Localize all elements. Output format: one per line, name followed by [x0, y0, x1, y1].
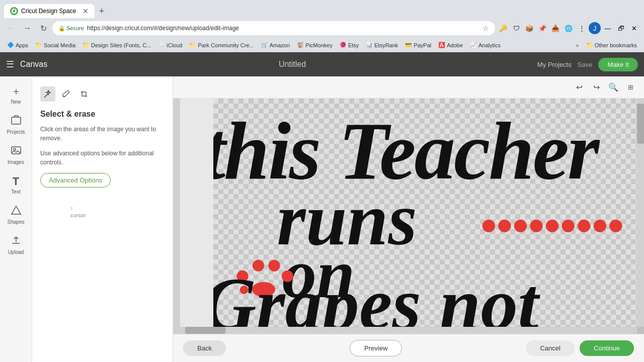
address-bar-row: ← → ↻ 🔒 Secure https://design.cricut.com…	[0, 18, 644, 38]
svg-point-15	[594, 220, 606, 232]
upload-icon	[11, 235, 22, 248]
extension-icons: 🔑 🛡 📦 📌 📥 🌐 ⋮ J — 🗗 ✕	[497, 22, 640, 34]
ext-icon-6[interactable]: 🌐	[562, 22, 575, 34]
ext-menu-button[interactable]: ⋮	[576, 22, 588, 34]
make-it-button[interactable]: Make It	[598, 58, 638, 71]
bookmark-adobe[interactable]: 🅰️ Adobe	[435, 41, 466, 49]
brush-tool[interactable]	[58, 86, 73, 102]
canvas-text-overlay: this Teacher runs	[213, 99, 637, 327]
url-text: https://design.cricut.com/#/design/new/u…	[87, 25, 239, 32]
svg-point-10	[514, 220, 527, 232]
bookmark-icloud[interactable]: ☁️ iCloud	[155, 41, 185, 49]
scrollbar-corner	[637, 327, 644, 334]
bookmark-apps[interactable]: 🔷 Apps	[4, 41, 31, 49]
minimize-button[interactable]: —	[602, 22, 614, 34]
new-label: New	[11, 99, 21, 105]
svg-rect-2	[12, 147, 21, 154]
images-icon	[11, 145, 22, 158]
bookmark-amazon[interactable]: 🛒 Amazon	[258, 41, 293, 49]
profile-icon[interactable]: J	[589, 22, 601, 34]
cricut-app: ☰ Canvas Untitled My Projects Save Make …	[0, 52, 644, 362]
svg-point-5	[63, 96, 65, 98]
magic-wand-tool[interactable]	[40, 86, 55, 102]
images-label: Images	[8, 159, 24, 165]
back-nav-button[interactable]: ←	[4, 21, 18, 35]
image-area[interactable]: this Teacher runs	[213, 99, 637, 327]
address-input[interactable]: 🔒 Secure https://design.cricut.com/#/des…	[52, 21, 495, 35]
browser-chrome: Cricut Design Space ✕ + ← → ↻ 🔒 Secure h…	[0, 0, 644, 52]
panel-desc-2: Use advanced options below for additiona…	[40, 149, 165, 167]
active-tab[interactable]: Cricut Design Space ✕	[4, 4, 95, 18]
scrollbar-horizontal[interactable]	[180, 327, 637, 334]
crop-tool[interactable]	[76, 86, 92, 102]
forward-nav-button[interactable]: →	[20, 21, 34, 35]
bookmark-paypal[interactable]: 💳 PayPal	[402, 41, 434, 49]
my-projects-link[interactable]: My Projects	[537, 61, 572, 68]
continue-button[interactable]: Continue	[580, 340, 634, 356]
ext-icon-pinterest[interactable]: 📌	[536, 22, 548, 34]
preview-button[interactable]: Preview	[350, 340, 402, 356]
projects-tool[interactable]: Projects	[2, 111, 30, 139]
bookmark-design-sites[interactable]: 📁 Design Sites (Fonts, C...	[79, 41, 154, 49]
upload-tool[interactable]: Upload	[2, 231, 30, 259]
tab-favicon	[10, 7, 18, 15]
text-tool[interactable]: T Text	[2, 171, 30, 199]
new-tab-button[interactable]: +	[95, 4, 109, 18]
reload-button[interactable]: ↻	[36, 21, 50, 35]
close-window-button[interactable]: ✕	[628, 22, 640, 34]
shapes-icon	[11, 205, 22, 218]
bookmark-etsy[interactable]: 🧶 Etsy	[337, 41, 362, 49]
panel-desc-1: Click on the areas of the image you want…	[40, 125, 165, 143]
bookmarks-bar: 🔷 Apps 📁 Social Media 📁 Design Sites (Fo…	[0, 38, 644, 52]
bookmark-other[interactable]: 📁 Other bookmarks	[583, 41, 640, 49]
left-sidebar: ＋ New Projects Images T Text	[0, 76, 32, 362]
text-icon: T	[13, 175, 19, 188]
svg-point-13	[562, 220, 575, 232]
canvas-svg: this Teacher runs	[213, 99, 637, 327]
projects-icon	[11, 115, 22, 128]
ext-icon-1[interactable]: 🔑	[497, 22, 509, 34]
bookmark-picmonkey[interactable]: 🐒 PicMonkey	[294, 41, 336, 49]
new-tool[interactable]: ＋ New	[2, 80, 30, 109]
advanced-options-button[interactable]: Advanced Options	[40, 173, 111, 188]
save-button[interactable]: Save	[578, 61, 593, 68]
bookmark-analytics[interactable]: 📈 Analytics	[467, 41, 504, 49]
bookmark-park-community[interactable]: 📁 Park Community Cre...	[186, 41, 257, 49]
svg-text:Grapes not: Grapes not	[213, 263, 540, 327]
new-icon: ＋	[11, 84, 21, 98]
text-label: Text	[11, 189, 20, 195]
tab-close-button[interactable]: ✕	[83, 8, 89, 15]
ext-icon-2[interactable]: 🛡	[510, 22, 522, 34]
canvas-wrapper[interactable]: ◀ this Teacher runs	[173, 99, 644, 334]
redo-button[interactable]: ↪	[589, 80, 604, 95]
svg-point-9	[498, 220, 511, 232]
bookmark-etsyrank[interactable]: 📊 EtsyRank	[363, 41, 401, 49]
svg-point-14	[578, 220, 590, 232]
more-bookmarks-button[interactable]: »	[573, 41, 582, 49]
app-header: ☰ Canvas Untitled My Projects Save Make …	[0, 52, 644, 76]
bookmark-social-media[interactable]: 📁 Social Media	[32, 41, 78, 49]
canvas-content: this Teacher runs	[173, 99, 637, 327]
cancel-button[interactable]: Cancel	[526, 340, 574, 356]
zoom-fit-button[interactable]: ⊞	[623, 80, 638, 95]
app-title: Canvas	[20, 60, 47, 69]
tab-bar: Cricut Design Space ✕ +	[0, 0, 644, 18]
zoom-in-button[interactable]: 🔍	[606, 80, 621, 95]
undo-button[interactable]: ↩	[572, 80, 587, 95]
tab-title: Cricut Design Space	[21, 8, 79, 15]
restore-button[interactable]: 🗗	[615, 22, 627, 34]
scrollbar-vertical[interactable]	[637, 99, 644, 327]
svg-point-16	[609, 220, 622, 232]
images-tool[interactable]: Images	[2, 141, 30, 169]
bookmark-star-button[interactable]: ☆	[482, 24, 489, 32]
svg-point-11	[530, 220, 542, 232]
svg-rect-1	[12, 117, 21, 124]
ext-icon-3[interactable]: 📦	[523, 22, 535, 34]
shapes-tool[interactable]: Shapes	[2, 201, 30, 229]
bottom-right-actions: Cancel Continue	[526, 340, 634, 356]
app-body: ＋ New Projects Images T Text	[0, 76, 644, 362]
ext-icon-5[interactable]: 📥	[549, 22, 561, 34]
panel-toolbar	[40, 86, 165, 102]
hamburger-menu-button[interactable]: ☰	[6, 59, 14, 70]
back-button[interactable]: Back	[183, 340, 226, 356]
